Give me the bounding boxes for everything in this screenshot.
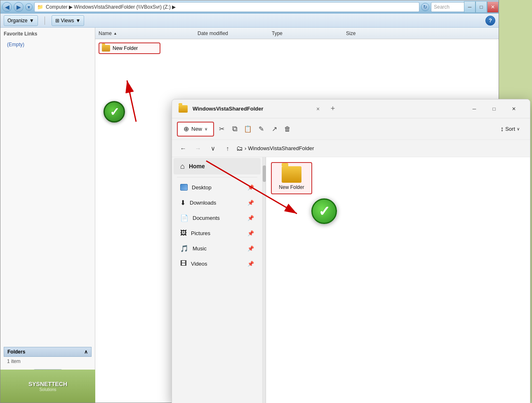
win11-maximize-button[interactable]: □ [485,103,504,115]
new-label: New [191,126,202,132]
favorite-links-empty[interactable]: (Empty) [4,40,92,49]
copy-icon: ⧉ [232,125,238,133]
win11-forward-button[interactable]: → [192,142,204,155]
organize-button[interactable]: Organize ▼ [4,15,38,26]
folders-chevron: ∧ [84,349,88,355]
win11-back-button[interactable]: ← [177,142,189,155]
win11-minimize-button[interactable]: ─ [465,103,484,115]
win11-explorer-window: WindowsVistaSharedFolder × + ─ □ ✕ ⊕ New… [172,99,530,403]
vista-new-folder-label: New Folder [113,45,138,51]
vista-address-bar[interactable]: 📁 Computer ▶ WindowsVistaSharedFolder (\… [34,2,419,12]
win11-window-controls: ─ □ ✕ [465,103,523,115]
address-icon: 📁 [37,4,43,10]
views-button[interactable]: ⊞ Views ▼ [52,15,85,26]
sort-chevron: ∨ [517,127,520,131]
sidebar-scrollbar[interactable] [263,157,266,403]
vista-back-button[interactable]: ◀ [2,2,12,12]
sidebar-item-desktop[interactable]: Desktop 📌 [174,180,261,195]
organize-chevron: ▼ [29,18,34,24]
col-size[interactable]: Size [346,31,387,36]
sidebar-item-pictures[interactable]: 🖼 Pictures 📌 [174,226,261,240]
vista-new-folder-item[interactable]: New Folder [99,42,160,54]
videos-pin-icon: 📌 [247,261,254,267]
help-button[interactable]: ? [485,16,495,26]
vista-window-controls: ─ □ ✕ [464,0,499,14]
win11-toolbar: ⊕ New ∨ ✂ ⧉ 📋 ✎ ↗ 🗑 ↕ Sort ∨ [172,118,530,140]
breadcrumb-path: WindowsVistaSharedFolder [248,145,314,151]
win11-close-button[interactable]: ✕ [504,103,523,115]
downloads-icon: ⬇ [180,199,186,207]
left-panel-spacer [4,52,92,344]
pictures-label: Pictures [191,230,210,236]
help-icon: ? [489,17,492,24]
breadcrumb-separator: › [245,145,246,151]
tab-close-icon: × [316,106,320,112]
maximize-button[interactable]: □ [476,1,487,13]
delete-button[interactable]: 🗑 [282,123,293,135]
win11-window-title: WindowsVistaSharedFolder [193,106,309,112]
sidebar-scrollbar-thumb[interactable] [263,165,266,182]
desktop-icon [180,184,188,191]
win11-dropdown-button[interactable]: ∨ [207,142,219,155]
documents-label: Documents [193,215,220,221]
desktop-label: Desktop [192,184,212,191]
tab-close-button[interactable]: × [314,105,322,113]
downloads-pin-icon: 📌 [247,200,254,206]
music-icon: 🎵 [180,245,188,252]
rename-button[interactable]: ✎ [255,123,267,135]
item-count: 1 item [4,357,92,366]
sidebar-item-videos[interactable]: 🎞 Videos 📌 [174,256,261,271]
share-button[interactable]: ↗ [268,123,280,135]
cut-button[interactable]: ✂ [216,123,227,135]
win11-new-folder-label: New Folder [279,184,304,190]
new-icon: ⊕ [184,125,189,133]
vista-forward-button[interactable]: ▶ [14,2,24,12]
pictures-icon: 🖼 [180,229,187,237]
back-icon: ← [180,145,186,152]
home-label: Home [189,163,205,170]
address-text: Computer ▶ WindowsVistaSharedFolder (\\V… [46,4,176,10]
favorite-links-header: Favorite Links [4,31,92,37]
col-name[interactable]: Name ▲ [99,31,198,36]
new-chevron: ∨ [205,127,207,131]
sidebar-home-item[interactable]: ⌂ Home [174,158,261,174]
delete-icon: 🗑 [284,125,291,133]
win11-check-icon: ✓ [318,203,330,219]
win11-main-area: New Folder ✓ [266,157,530,403]
sort-button[interactable]: ↕ Sort ∨ [495,122,525,137]
sidebar-item-documents[interactable]: 📄 Documents 📌 [174,210,261,225]
vista-check-icon: ✓ [110,105,119,119]
folders-header[interactable]: Folders ∧ [4,347,92,357]
breadcrumb-folder-icon: 🗂 [236,145,243,152]
win11-titlebar: WindowsVistaSharedFolder × + ─ □ ✕ [172,99,530,118]
vista-left-panel: Favorite Links (Empty) Folders ∧ 1 item … [0,28,95,403]
win11-new-folder-item[interactable]: New Folder [271,162,312,194]
win11-breadcrumb[interactable]: 🗂 › WindowsVistaSharedFolder [236,145,314,152]
up-icon: ↑ [226,145,229,152]
col-name-sort-arrow: ▲ [113,31,117,35]
vista-refresh-button[interactable]: ↻ [421,3,429,11]
forward-icon: → [195,145,201,152]
new-button[interactable]: ⊕ New ∨ [177,122,214,137]
copy-button[interactable]: ⧉ [229,123,240,135]
tab-new-button[interactable]: + [327,103,339,115]
vista-titlebar: ◀ ▶ ▼ 📁 Computer ▶ WindowsVistaSharedFol… [0,0,499,14]
vista-dropdown-button[interactable]: ▼ [25,3,33,11]
col-type[interactable]: Type [272,31,346,36]
close-button[interactable]: ✕ [487,1,499,13]
col-date[interactable]: Date modified [198,31,272,36]
vista-toolbar: Organize ▼ ⊞ Views ▼ ? [0,14,499,28]
home-icon: ⌂ [180,162,185,171]
vista-folder-icon [102,45,110,52]
videos-label: Videos [191,261,207,267]
win11-green-checkmark: ✓ [311,198,337,224]
win11-up-button[interactable]: ↑ [221,142,234,155]
sidebar-item-music[interactable]: 🎵 Music 📌 [174,241,261,256]
minimize-button[interactable]: ─ [464,1,476,13]
organize-label: Organize [7,18,28,24]
win11-nav-bar: ← → ∨ ↑ 🗂 › WindowsVistaSharedFolder [172,140,530,157]
documents-pin-icon: 📌 [247,215,254,221]
sort-label: Sort [505,126,515,132]
paste-button[interactable]: 📋 [242,123,254,135]
sidebar-item-downloads[interactable]: ⬇ Downloads 📌 [174,195,261,210]
